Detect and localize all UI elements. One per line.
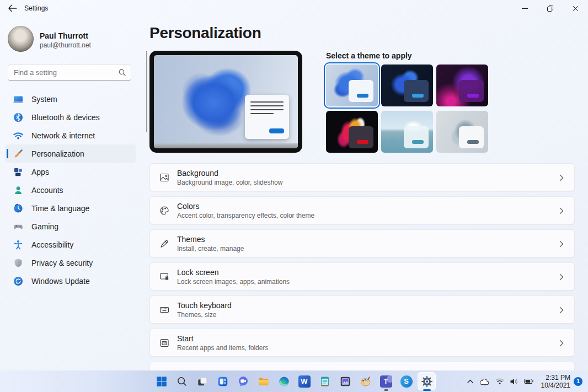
- notepad-icon: [319, 375, 331, 388]
- search-icon: [176, 375, 188, 388]
- search-input[interactable]: [13, 66, 117, 79]
- paint-button[interactable]: [355, 370, 376, 392]
- page-title: Personalization: [149, 24, 261, 42]
- tray-time: 2:31 PM: [541, 374, 570, 382]
- row-subtitle: Recent apps and items, folders: [177, 344, 268, 352]
- chevron-right-icon: [559, 174, 564, 181]
- close-button[interactable]: [563, 0, 588, 17]
- settings-taskbar-button[interactable]: [416, 370, 437, 392]
- sidebar-item-personalization[interactable]: Personalization: [6, 144, 136, 163]
- notepad-button[interactable]: [314, 370, 335, 392]
- teams-icon: T: [380, 375, 392, 388]
- taskbar-search-button[interactable]: [172, 370, 192, 392]
- word-icon: W: [298, 375, 311, 388]
- chat-button[interactable]: [233, 370, 253, 392]
- settings-row-colors[interactable]: Colors Accent color, transparency effect…: [149, 196, 575, 224]
- theme-thumbnail-windows-dark-bloom[interactable]: [381, 65, 433, 106]
- edge-icon: [278, 375, 290, 388]
- sidebar-item-time-language[interactable]: Time & language: [6, 199, 136, 217]
- teams-button[interactable]: T: [376, 370, 396, 392]
- theme-thumbnail-windows-light-bloom[interactable]: [326, 65, 378, 106]
- chevron-right-icon: [559, 240, 564, 248]
- chevron-right-icon: [559, 207, 564, 214]
- bluetooth-icon: [13, 112, 24, 123]
- sidebar-item-privacy-security[interactable]: Privacy & security: [6, 254, 136, 272]
- taskbar-clock[interactable]: 2:31 PM 10/4/2021: [541, 374, 570, 389]
- preview-taskbar: [154, 143, 298, 148]
- notification-badge[interactable]: 1: [574, 377, 582, 386]
- chevron-right-icon: [559, 340, 564, 347]
- settings-row-start[interactable]: Start Recent apps and items, folders: [149, 329, 575, 357]
- widgets-icon: [217, 375, 229, 388]
- settings-window: Settings Paul Thurrott paul@thurrott.net…: [0, 0, 588, 392]
- taskbar-apps: W T S: [151, 370, 437, 392]
- palette-icon: [159, 205, 170, 216]
- chat-icon: [237, 375, 249, 388]
- onedrive-cloud-icon[interactable]: [479, 378, 490, 385]
- theme-thumbnail-flow[interactable]: [436, 111, 488, 153]
- sidebar-item-gaming[interactable]: Gaming: [6, 217, 136, 235]
- widgets-button[interactable]: [212, 370, 233, 392]
- volume-icon[interactable]: [510, 378, 518, 385]
- settings-row-themes[interactable]: Themes Install, create, manage: [149, 229, 575, 257]
- settings-row-background[interactable]: Background Background image, color, slid…: [149, 163, 575, 191]
- preview-accent-button: [269, 128, 284, 133]
- search-box: [8, 65, 131, 80]
- sidebar-item-accessibility[interactable]: Accessibility: [6, 235, 136, 254]
- skype-button[interactable]: S: [396, 370, 416, 392]
- settings-row-lock-screen[interactable]: Lock screen Lock screen images, apps, an…: [149, 262, 575, 291]
- sidebar-item-windows-update[interactable]: Windows Update: [6, 272, 136, 290]
- accessibility-icon: [13, 239, 24, 250]
- theme-thumbnail-glow[interactable]: [436, 65, 488, 106]
- settings-row-touch-keyboard[interactable]: Touch keyboard Themes, size: [149, 296, 575, 324]
- edge-button[interactable]: [274, 370, 294, 392]
- row-title: Start: [177, 334, 194, 343]
- apps-icon: [13, 167, 24, 178]
- windows-logo-icon: [156, 375, 168, 388]
- sidebar-item-label: Accounts: [31, 186, 63, 195]
- sidebar-item-accounts[interactable]: Accounts: [6, 181, 136, 199]
- theme-thumbnail-captured-motion[interactable]: [326, 111, 378, 153]
- file-explorer-icon: [258, 375, 270, 388]
- row-subtitle: Background image, color, slideshow: [177, 179, 282, 186]
- sidebar-item-bluetooth-devices[interactable]: Bluetooth & devices: [6, 108, 136, 126]
- sidebar-item-label: Privacy & security: [31, 259, 93, 267]
- gaming-icon: [13, 221, 24, 232]
- wifi-icon[interactable]: [495, 378, 504, 385]
- sidebar-item-network-internet[interactable]: Network & internet: [6, 126, 136, 144]
- word-button[interactable]: W: [294, 370, 314, 392]
- restore-button[interactable]: [537, 0, 563, 17]
- photos-button[interactable]: [335, 370, 355, 392]
- sidebar-scrollbar[interactable]: [146, 51, 147, 132]
- paint-icon: [360, 375, 372, 388]
- back-button[interactable]: [8, 4, 18, 12]
- task-view-icon: [196, 375, 209, 388]
- sidebar-item-label: Time & language: [31, 204, 89, 213]
- avatar[interactable]: [8, 26, 34, 52]
- sidebar-item-label: Gaming: [31, 222, 58, 231]
- sidebar-item-apps[interactable]: Apps: [6, 163, 136, 181]
- minimize-button[interactable]: [512, 0, 537, 17]
- row-subtitle: Themes, size: [177, 311, 216, 319]
- tray-chevron-up-icon[interactable]: [467, 379, 474, 384]
- sidebar-item-label: Network & internet: [31, 131, 95, 140]
- sidebar-item-label: System: [31, 95, 57, 104]
- task-view-button[interactable]: [192, 370, 212, 392]
- file-explorer-button[interactable]: [253, 370, 274, 392]
- skype-icon: S: [400, 375, 413, 388]
- chevron-right-icon: [559, 273, 564, 281]
- search-icon[interactable]: [119, 69, 126, 76]
- row-subtitle: Lock screen images, apps, animations: [177, 278, 290, 286]
- sidebar-item-label: Windows Update: [31, 277, 90, 286]
- titlebar: Settings: [0, 0, 588, 17]
- time-language-icon: [13, 203, 24, 214]
- taskbar: W T S: [0, 370, 588, 392]
- theme-thumbnail-sunrise[interactable]: [381, 111, 433, 153]
- start-button[interactable]: [151, 370, 172, 392]
- personalization-icon: [13, 148, 24, 159]
- gear-icon: [420, 375, 434, 388]
- row-title: Themes: [177, 235, 205, 244]
- sidebar-item-system[interactable]: System: [6, 90, 136, 108]
- battery-icon[interactable]: [524, 378, 534, 385]
- privacy-icon: [13, 257, 24, 269]
